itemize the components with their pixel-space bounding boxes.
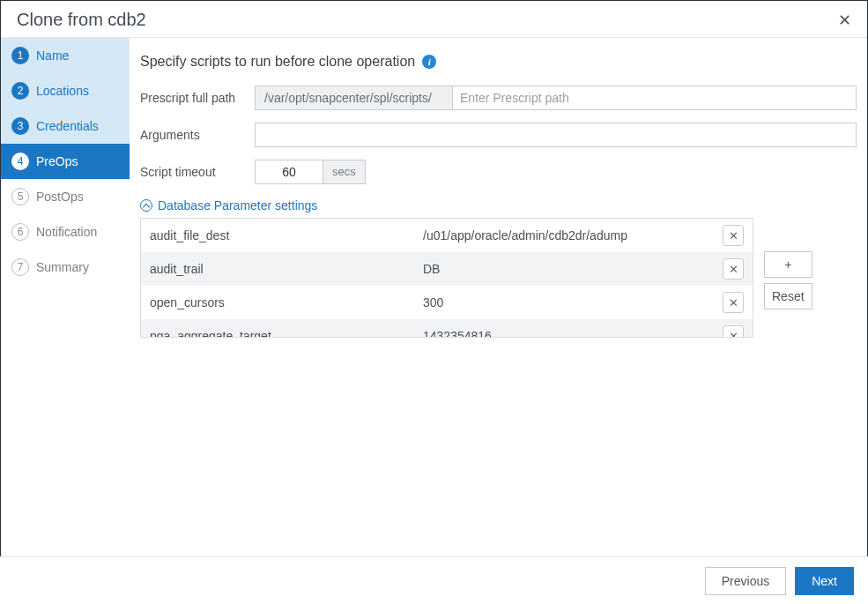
prescript-prefix: /var/opt/snapcenter/spl/scripts/ — [255, 86, 453, 110]
prescript-path-group: /var/opt/snapcenter/spl/scripts/ — [255, 86, 857, 110]
db-param-toggle[interactable]: Database Parameter settings — [140, 198, 317, 213]
timeout-group: secs — [255, 160, 366, 184]
section-title: Specify scripts to run before clone oper… — [140, 54, 857, 70]
param-key[interactable]: pga_aggregate_target — [141, 319, 414, 338]
param-key[interactable]: audit_trail — [141, 252, 414, 286]
next-button[interactable]: Next — [795, 567, 854, 595]
main-panel: Specify scripts to run before clone oper… — [130, 38, 867, 556]
prescript-label: Prescript full path — [140, 91, 255, 105]
step-label: Notification — [36, 225, 97, 239]
param-row: audit_trail DB ✕ — [141, 252, 753, 286]
param-key[interactable]: open_cursors — [141, 286, 414, 319]
param-side-buttons: + Reset — [764, 251, 812, 309]
step-notification[interactable]: 6 Notification — [1, 214, 130, 250]
step-number-icon: 5 — [11, 188, 29, 205]
reset-params-button[interactable]: Reset — [764, 283, 812, 309]
param-value[interactable]: /u01/app/oracle/admin/cdb2dr/adump — [414, 219, 714, 252]
param-value[interactable]: DB — [414, 252, 714, 286]
param-value[interactable]: 1432354816 — [414, 319, 714, 338]
timeout-input[interactable] — [255, 160, 323, 184]
remove-param-button[interactable]: ✕ — [723, 292, 744, 313]
step-name[interactable]: 1 Name — [1, 38, 130, 73]
arguments-input[interactable] — [255, 123, 857, 147]
section-title-text: Specify scripts to run before clone oper… — [140, 54, 415, 70]
db-param-label: Database Parameter settings — [158, 198, 317, 213]
step-label: Locations — [36, 84, 89, 98]
timeout-row: Script timeout secs — [140, 160, 857, 184]
close-icon[interactable]: ✕ — [838, 12, 851, 28]
prescript-row: Prescript full path /var/opt/snapcenter/… — [140, 86, 857, 110]
previous-button[interactable]: Previous — [705, 567, 786, 595]
step-number-icon: 2 — [11, 82, 29, 100]
remove-param-button[interactable]: ✕ — [723, 325, 744, 338]
param-row: pga_aggregate_target 1432354816 ✕ — [141, 319, 753, 338]
dialog-footer: Previous Next — [0, 556, 868, 604]
remove-param-button[interactable]: ✕ — [723, 225, 744, 246]
step-label: Credentials — [36, 119, 99, 133]
remove-param-button[interactable]: ✕ — [723, 258, 744, 280]
param-key[interactable]: audit_file_dest — [141, 219, 414, 252]
info-icon[interactable]: i — [422, 55, 436, 69]
step-label: Summary — [36, 260, 89, 274]
step-label: PreOps — [36, 154, 78, 168]
dialog-title: Clone from cdb2 — [17, 10, 146, 30]
step-locations[interactable]: 2 Locations — [1, 73, 130, 108]
param-table-area: audit_file_dest /u01/app/oracle/admin/cd… — [140, 218, 857, 338]
param-row: audit_file_dest /u01/app/oracle/admin/cd… — [141, 219, 753, 252]
param-row: open_cursors 300 ✕ — [141, 286, 753, 319]
timeout-unit: secs — [323, 160, 366, 184]
step-label: Name — [36, 48, 69, 63]
step-number-icon: 7 — [11, 258, 29, 276]
chevron-up-icon — [140, 199, 152, 212]
step-preops[interactable]: 4 PreOps — [1, 144, 130, 179]
step-number-icon: 3 — [11, 117, 29, 135]
step-summary[interactable]: 7 Summary — [1, 250, 130, 285]
dialog-header: Clone from cdb2 ✕ — [1, 1, 867, 38]
wizard-sidebar: 1 Name 2 Locations 3 Credentials 4 PreOp… — [1, 38, 130, 556]
arguments-row: Arguments — [140, 123, 857, 147]
step-credentials[interactable]: 3 Credentials — [1, 108, 130, 144]
step-number-icon: 1 — [11, 47, 29, 64]
dialog-body: 1 Name 2 Locations 3 Credentials 4 PreOp… — [1, 38, 867, 556]
arguments-label: Arguments — [140, 128, 255, 142]
step-number-icon: 6 — [11, 223, 29, 241]
param-table: audit_file_dest /u01/app/oracle/admin/cd… — [141, 219, 753, 338]
step-postops[interactable]: 5 PostOps — [1, 179, 130, 214]
prescript-input[interactable] — [453, 86, 857, 110]
step-number-icon: 4 — [11, 153, 29, 170]
add-param-button[interactable]: + — [764, 251, 812, 278]
param-table-scroll[interactable]: audit_file_dest /u01/app/oracle/admin/cd… — [140, 218, 753, 338]
timeout-label: Script timeout — [140, 165, 255, 179]
param-value[interactable]: 300 — [414, 286, 714, 319]
step-label: PostOps — [36, 190, 84, 204]
